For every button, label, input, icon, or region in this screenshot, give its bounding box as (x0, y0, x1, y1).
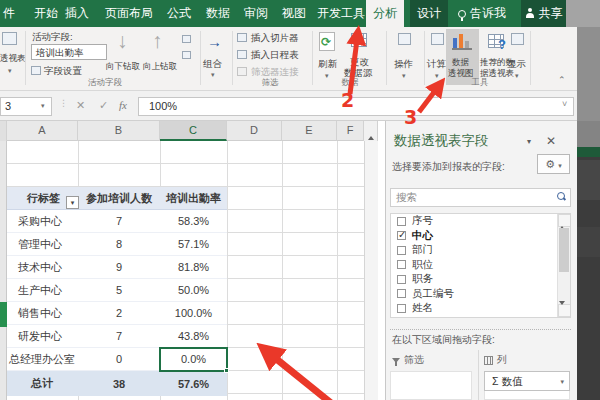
collapse-ribbon-icon[interactable]: ⌃ (558, 75, 566, 85)
share-label: 共享 (539, 0, 563, 27)
cancel-icon[interactable]: ✕ (76, 99, 85, 112)
table-row[interactable]: 管理中心857.1% (7, 233, 227, 256)
filters-drop-zone[interactable] (390, 371, 472, 400)
field-item[interactable]: 部门 (391, 243, 570, 258)
tab-design[interactable]: 设计 (410, 0, 448, 27)
column-header-f[interactable]: F (337, 121, 364, 141)
enter-icon[interactable]: ✓ (99, 99, 108, 112)
checkbox-icon[interactable] (397, 260, 406, 269)
expand-formula-bar-icon[interactable]: ˅ (562, 99, 567, 109)
close-icon[interactable]: ✕ (546, 134, 556, 148)
pivot-total-row: 总计3857.6% (7, 371, 227, 396)
field-item[interactable]: 序号 (391, 214, 570, 229)
field-item[interactable]: 姓名 (391, 301, 570, 316)
table-row[interactable]: 销售中心2100.0% (7, 302, 227, 325)
row-labels-header: 行标签▾ (7, 191, 78, 206)
ribbon-analyze: 透视表 ▾ 活动字段: 培训出勤率 字段设置 ↓ 向下钻取 ↑ 向上钻取 活动字… (0, 27, 577, 91)
group-button[interactable]: 组合 (203, 58, 222, 71)
question-mark-icon: ? (498, 37, 506, 52)
table-row[interactable]: 采购中心758.3% (7, 210, 227, 233)
change-data-source-icon (351, 33, 367, 47)
filter-dropdown-icon[interactable]: ▾ (66, 196, 79, 209)
column-header-d[interactable]: D (227, 121, 282, 141)
tab-analyze[interactable]: 分析 (366, 0, 404, 27)
field-item[interactable]: 员工编号 (391, 287, 570, 302)
expand-field-icon[interactable] (182, 35, 191, 43)
fill-handle[interactable] (224, 368, 229, 373)
values-field-chip[interactable]: Σ 数值▾ (484, 371, 570, 391)
field-item[interactable]: 中心 (391, 229, 570, 244)
gear-icon: ⚙ (545, 158, 555, 170)
field-list: 序号 中心 部门 职位 职务 员工编号 姓名 (390, 213, 571, 318)
tools-gear-button[interactable]: ⚙ ▾ (537, 154, 570, 174)
filter-connections-icon (237, 67, 247, 76)
field-item[interactable]: 职务 (391, 272, 570, 287)
actions-icon (398, 33, 411, 45)
scroll-down-icon[interactable] (558, 304, 571, 317)
annotation-step-3: 3 (404, 106, 417, 128)
column-header-e[interactable]: E (282, 121, 337, 141)
search-icon (557, 192, 565, 200)
pivot-table: 行标签▾ 参加培训人数 培训出勤率 采购中心758.3% 管理中心857.1% … (7, 187, 227, 396)
tab-file[interactable]: 件 (0, 0, 18, 27)
column-header-a[interactable]: A (7, 121, 78, 141)
field-item-partial[interactable] (391, 316, 570, 319)
checkbox-icon[interactable] (397, 304, 406, 313)
tab-review[interactable]: 审阅 (240, 0, 272, 27)
checkbox-icon[interactable] (397, 246, 406, 255)
vertical-scrollbar[interactable] (364, 141, 378, 400)
field-list-scrollbar[interactable] (557, 214, 570, 317)
tab-formulas[interactable]: 公式 (163, 0, 195, 27)
pivottable-button[interactable]: 透视表 (0, 53, 24, 65)
pivottable-icon (2, 32, 17, 45)
selected-cell[interactable] (159, 347, 228, 372)
drill-down-button[interactable]: 向下钻取 (106, 61, 140, 73)
scroll-up-button[interactable] (364, 121, 378, 141)
pivot-header-row: 行标签▾ 参加培训人数 培训出勤率 (7, 187, 227, 210)
table-row[interactable]: 生产中心550.0% (7, 279, 227, 302)
pane-subtitle: 选择要添加到报表的字段: (392, 160, 505, 174)
tab-data[interactable]: 数据 (202, 0, 234, 27)
name-box-chevron-icon[interactable]: ▾ (41, 102, 45, 110)
tab-home[interactable]: 开始 (30, 0, 62, 27)
calculations-button[interactable]: 计算 (427, 58, 446, 71)
formula-input[interactable]: 100% (138, 97, 574, 116)
drill-up-button[interactable]: 向上钻取 (143, 61, 177, 73)
tab-view[interactable]: 视图 (278, 0, 310, 27)
actions-button[interactable]: 操作 (394, 58, 413, 71)
worksheet[interactable]: 行标签▾ 参加培训人数 培训出勤率 采购中心758.3% 管理中心857.1% … (0, 141, 378, 400)
checkbox-icon[interactable] (397, 275, 406, 284)
field-item[interactable]: 职位 (391, 258, 570, 273)
column-header-c[interactable]: C (160, 121, 227, 141)
insert-timeline-button[interactable]: 插入日程表 (251, 49, 299, 62)
person-icon (525, 8, 535, 19)
tab-page-layout[interactable]: 页面布局 (100, 0, 158, 27)
selected-row-indicator (0, 302, 7, 327)
checkbox-icon[interactable] (397, 289, 406, 298)
tell-me-box[interactable]: 告诉我 (452, 0, 512, 27)
annotation-step-2: 2 (341, 89, 354, 111)
scroll-up-icon[interactable] (558, 214, 571, 227)
column-header-b[interactable]: B (78, 121, 160, 141)
active-field-input[interactable]: 培训出勤率 (31, 44, 107, 60)
scrollbar-thumb[interactable] (559, 228, 569, 272)
tab-insert[interactable]: 插入 (62, 0, 92, 27)
show-button[interactable]: 显示 (507, 58, 526, 71)
search-input[interactable]: 搜索 (390, 188, 571, 207)
funnel-icon (392, 358, 400, 363)
chevron-down-icon: ▾ (515, 72, 519, 80)
table-row[interactable]: 技术中心981.8% (7, 256, 227, 279)
refresh-button[interactable]: 刷新 (318, 58, 337, 71)
table-row[interactable]: 研发中心743.8% (7, 325, 227, 348)
collapse-field-icon[interactable] (182, 51, 191, 59)
insert-function-icon[interactable]: fx (119, 99, 127, 111)
tab-developer[interactable]: 开发工具 (316, 0, 366, 27)
insert-slicer-button[interactable]: 插入切片器 (251, 32, 299, 45)
insert-timeline-icon (237, 50, 247, 59)
checkbox-checked-icon[interactable] (397, 231, 406, 240)
share-button[interactable]: 共享 (521, 0, 566, 27)
formula-bar: 3 ▾ ⋮ ✕ ✓ fx 100% ˅ (0, 91, 577, 121)
checkbox-icon[interactable] (397, 217, 406, 226)
pane-options-chevron-icon[interactable]: ▾ (527, 137, 531, 146)
pane-divider (390, 329, 571, 330)
